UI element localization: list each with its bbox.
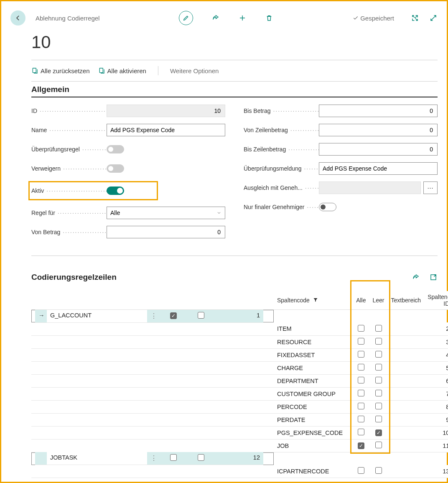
popout-icon[interactable] [411, 14, 419, 22]
alle-checkbox[interactable] [358, 351, 364, 358]
cell-textrange[interactable] [388, 413, 425, 426]
back-button[interactable] [10, 10, 25, 26]
cell-code[interactable]: ITEM [274, 322, 346, 335]
table-row[interactable]: JOB11 [31, 439, 448, 452]
cell-textrange[interactable] [388, 426, 425, 439]
alle-checkbox[interactable] [358, 377, 364, 383]
cell-textrange[interactable] [388, 322, 425, 335]
row-menu-icon[interactable]: ⋮ [150, 312, 157, 320]
cell-textrange[interactable] [215, 310, 221, 323]
cell-textrange[interactable] [388, 400, 425, 413]
col-leer-header[interactable]: Leer [369, 291, 388, 310]
col-text-header[interactable]: Textbereich [388, 291, 425, 310]
to-amount-field[interactable] [319, 105, 438, 117]
table-row[interactable]: PERCODE8 [31, 400, 448, 413]
cell-code[interactable]: DEPARTMENT [274, 374, 346, 387]
name-field[interactable] [107, 124, 225, 136]
alle-checkbox[interactable] [358, 403, 364, 409]
table-row[interactable]: CHARGE5 [31, 361, 448, 374]
alle-checkbox[interactable] [358, 364, 364, 371]
active-toggle[interactable] [107, 187, 124, 195]
row-menu-icon[interactable]: ⋮ [150, 454, 157, 462]
final-approver-toggle[interactable] [319, 203, 336, 211]
table-row[interactable]: FIXEDASSET4 [31, 348, 448, 361]
cell-code[interactable]: CUSTOMER GROUP [274, 387, 346, 400]
leer-checkbox[interactable] [375, 351, 382, 358]
cell-textrange[interactable] [388, 361, 425, 374]
leer-checkbox[interactable] [375, 364, 382, 371]
lines-share-icon[interactable] [412, 273, 420, 281]
from-line-field[interactable] [319, 124, 438, 136]
leer-checkbox[interactable] [198, 312, 204, 319]
balance-approver-lookup-button[interactable]: ··· [423, 181, 438, 194]
rule-for-select[interactable]: Alle [107, 207, 225, 219]
alle-checkbox[interactable] [358, 416, 364, 422]
alle-checkbox[interactable] [170, 454, 177, 461]
share-icon[interactable] [211, 14, 220, 22]
table-row[interactable]: JOBTASK⋮12 [31, 452, 274, 465]
leer-checkbox[interactable] [375, 377, 382, 383]
cell-code[interactable]: PERDATE [274, 413, 346, 426]
delete-icon[interactable] [265, 14, 273, 22]
leer-checkbox[interactable] [375, 467, 382, 474]
table-row[interactable]: ITEM2 [31, 322, 448, 335]
alle-checkbox[interactable] [358, 390, 364, 396]
cell-textrange[interactable] [388, 387, 425, 400]
leer-checkbox[interactable] [375, 403, 382, 409]
alle-checkbox[interactable] [358, 467, 364, 474]
cell-textrange[interactable] [388, 465, 425, 478]
lines-table[interactable]: Spaltencode Alle Leer Textbereich Spalte… [31, 291, 448, 478]
balance-approver-field[interactable] [319, 181, 421, 194]
cell-code[interactable]: CHARGE [274, 361, 346, 374]
cell-textrange[interactable] [388, 374, 425, 387]
table-row[interactable]: DEPARTMENT6 [31, 374, 448, 387]
from-line-label: Von Zeilenbetrag [244, 127, 319, 133]
cell-code[interactable]: G_LACCOUNT [47, 310, 147, 323]
cell-code[interactable]: RESOURCE [274, 335, 346, 348]
leer-checkbox[interactable] [375, 416, 382, 422]
cell-textrange[interactable] [388, 335, 425, 348]
col-code-header[interactable]: Spaltencode [277, 297, 310, 304]
alle-checkbox[interactable] [358, 325, 364, 332]
table-row[interactable]: ICPARTNERCODE13 [31, 465, 448, 478]
leer-checkbox[interactable] [375, 442, 382, 448]
deny-toggle[interactable] [107, 164, 124, 173]
col-id-header[interactable]: Spalten-ID [424, 291, 448, 310]
more-options-button[interactable]: Weitere Optionen [170, 67, 219, 74]
cell-code[interactable]: JOBTASK [47, 452, 147, 465]
cell-textrange[interactable] [388, 439, 425, 452]
expand-icon[interactable] [429, 14, 438, 22]
check-msg-field[interactable] [319, 162, 438, 175]
leer-checkbox[interactable] [375, 390, 382, 396]
lines-expand-icon[interactable] [429, 273, 438, 281]
table-row[interactable]: CUSTOMER GROUP7 [31, 387, 448, 400]
alle-checkbox[interactable] [358, 338, 364, 345]
col-alle-header[interactable]: Alle [353, 291, 369, 310]
leer-checkbox[interactable] [375, 338, 382, 345]
cell-code[interactable]: FIXEDASSET [274, 348, 346, 361]
cell-code[interactable]: JOB [274, 439, 346, 452]
edit-button[interactable] [179, 11, 193, 25]
cell-textrange[interactable] [388, 348, 425, 361]
activate-all-button[interactable]: Alle aktivieren [98, 67, 146, 74]
filter-icon[interactable] [313, 297, 318, 304]
from-amount-field[interactable] [107, 226, 225, 238]
leer-checkbox[interactable] [375, 429, 382, 436]
table-row[interactable]: RESOURCE3 [31, 335, 448, 348]
cell-code[interactable]: PERCODE [274, 400, 346, 413]
to-line-field[interactable] [319, 143, 438, 156]
table-row[interactable]: →G_LACCOUNT⋮1 [31, 310, 274, 322]
cell-code[interactable]: PGS_EXPENSE_CODE [274, 426, 346, 439]
check-rule-toggle[interactable] [107, 145, 124, 153]
alle-checkbox[interactable] [358, 429, 364, 435]
table-row[interactable]: PERDATE9 [31, 413, 448, 426]
reset-all-button[interactable]: Alle zurücksetzen [31, 67, 90, 74]
table-row[interactable]: PGS_EXPENSE_CODE10 [31, 426, 448, 439]
cell-code[interactable]: ICPARTNERCODE [274, 465, 346, 478]
alle-checkbox[interactable] [170, 312, 177, 319]
leer-checkbox[interactable] [375, 325, 382, 332]
new-icon[interactable] [238, 14, 247, 22]
leer-checkbox[interactable] [198, 454, 204, 461]
cell-textrange[interactable] [215, 452, 221, 465]
alle-checkbox[interactable] [358, 442, 364, 449]
